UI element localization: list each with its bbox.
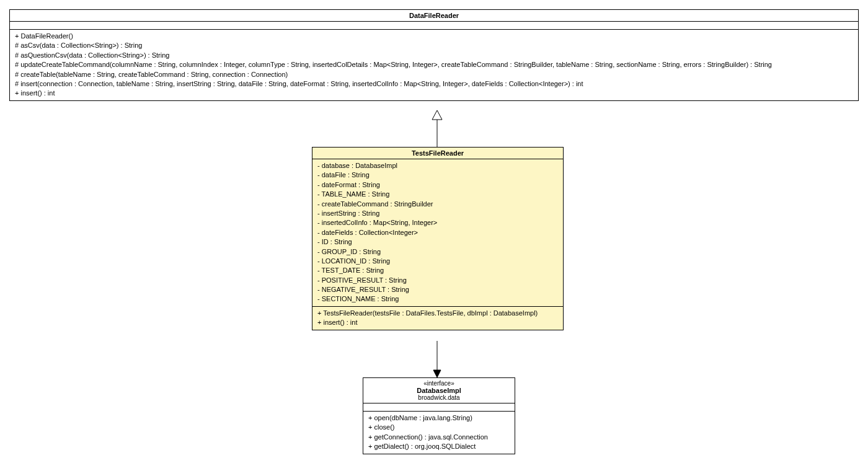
attribute-row: - dataFile : String	[317, 170, 558, 180]
attribute-row: - GROUP_ID : String	[317, 247, 558, 257]
attribute-row: - database : DatabaseImpl	[317, 161, 558, 170]
attribute-row: - TABLE_NAME : String	[317, 190, 558, 199]
method-row: + insert() : int	[317, 318, 558, 327]
stereotype: «interface»	[367, 380, 511, 387]
class-title: TestsFileReader	[312, 148, 563, 159]
uml-class-diagram: DataFileReader + DataFileReader() # asCs…	[9, 9, 859, 468]
attribute-row: - dateFields : Collection<Integer>	[317, 228, 558, 237]
attribute-row: - insertedColInfo : Map<String, Integer>	[317, 218, 558, 227]
methods-section: + TestsFileReader(testsFile : DataFiles.…	[312, 307, 563, 330]
attribute-row: - dateFormat : String	[317, 180, 558, 190]
attributes-section	[10, 22, 858, 30]
interface-databaseimpl: «interface» DatabaseImpl broadwick.data …	[363, 377, 515, 454]
method-row: # createTable(tableName : String, create…	[15, 70, 853, 79]
method-row: # asCsv(data : Collection<String>) : Str…	[15, 41, 853, 50]
class-title: «interface» DatabaseImpl broadwick.data	[363, 378, 515, 403]
attribute-row: - SECTION_NAME : String	[317, 294, 558, 304]
method-row: + close()	[368, 423, 510, 432]
attribute-row: - TEST_DATE : String	[317, 266, 558, 275]
attribute-row: - POSITIVE_RESULT : String	[317, 276, 558, 285]
attributes-section: - database : DatabaseImpl - dataFile : S…	[312, 159, 563, 307]
method-row: + getConnection() : java.sql.Connection	[368, 433, 510, 442]
class-title: DataFileReader	[10, 10, 858, 22]
method-row: + open(dbName : java.lang.String)	[368, 413, 510, 423]
attribute-row: - createTableCommand : StringBuilder	[317, 200, 558, 209]
association-arrowhead-icon	[433, 370, 441, 377]
method-row: # asQuestionCsv(data : Collection<String…	[15, 51, 853, 60]
method-row: # updateCreateTableCommand(columnName : …	[15, 60, 853, 69]
class-datafilereader: DataFileReader + DataFileReader() # asCs…	[9, 9, 859, 101]
method-row: + TestsFileReader(testsFile : DataFiles.…	[317, 309, 558, 318]
interface-name: DatabaseImpl	[367, 387, 511, 394]
attributes-section	[363, 403, 515, 412]
method-row: + getDialect() : org.jooq.SQLDialect	[368, 442, 510, 451]
method-row: + DataFileReader()	[15, 32, 853, 41]
method-row: # insert(connection : Connection, tableN…	[15, 79, 853, 89]
attribute-row: - insertString : String	[317, 209, 558, 218]
attribute-row: - NEGATIVE_RESULT : String	[317, 285, 558, 294]
methods-section: + DataFileReader() # asCsv(data : Collec…	[10, 30, 858, 100]
generalization-arrowhead-icon	[432, 110, 442, 120]
attribute-row: - LOCATION_ID : String	[317, 257, 558, 266]
methods-section: + open(dbName : java.lang.String) + clos…	[363, 412, 515, 454]
attribute-row: - ID : String	[317, 237, 558, 247]
method-row: + insert() : int	[15, 89, 853, 98]
class-testsfilereader: TestsFileReader - database : DatabaseImp…	[312, 147, 564, 330]
package-name: broadwick.data	[367, 394, 511, 401]
